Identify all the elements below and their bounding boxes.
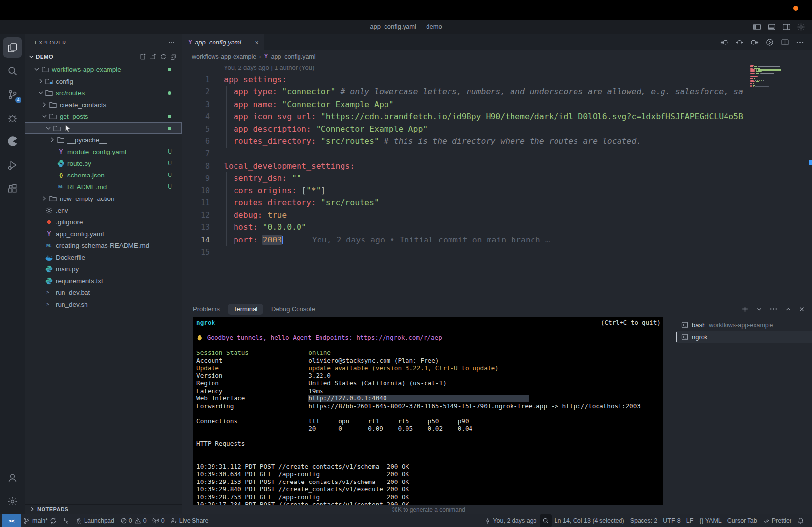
tree-item-route.py[interactable]: route.pyU [25, 157, 182, 169]
launchpad-button[interactable]: Launchpad [72, 514, 117, 527]
cursor-position[interactable]: Ln 14, Col 13 (4 selected) [552, 514, 627, 527]
refresh-icon[interactable] [160, 53, 167, 60]
code-line-4[interactable]: 4 app_icon_svg_url: "https://cdn.brandfe… [182, 110, 812, 123]
chevron-right-icon[interactable] [37, 77, 44, 85]
maximize-panel-icon[interactable] [785, 306, 791, 313]
code-line-6[interactable]: 6 routes_directory: "src/routes" # this … [182, 135, 812, 147]
language-status[interactable]: {} YAML [696, 514, 724, 527]
activity-explorer[interactable] [3, 37, 22, 58]
new-terminal-icon[interactable] [741, 305, 749, 313]
scm-graph-button[interactable] [60, 514, 72, 527]
tab-terminal[interactable]: Terminal [228, 304, 263, 315]
breadcrumb-folder[interactable]: workflows-app-example [192, 53, 256, 60]
tree-item-workflows-app-example[interactable]: workflows-app-example [25, 64, 182, 75]
activity-debug[interactable] [3, 108, 22, 128]
close-panel-icon[interactable] [798, 306, 805, 313]
chevron-right-icon[interactable] [41, 195, 48, 202]
activity-settings[interactable] [3, 491, 22, 511]
run-debug-file-icon[interactable] [766, 38, 774, 46]
nav-back-icon[interactable] [720, 38, 728, 46]
formatter-status[interactable]: Prettier [760, 514, 794, 527]
code-line-12[interactable]: 12 debug: true [182, 209, 812, 221]
tree-item-creating-schemas-README.md[interactable]: M↓creating-schemas-README.md [25, 240, 182, 251]
code-line-5[interactable]: 5 app_description: "Connector Example Ap… [182, 123, 812, 135]
chevron-down-icon[interactable] [33, 66, 41, 73]
tree-item-module_config.yaml[interactable]: Ymodule_config.yamlU [25, 146, 182, 157]
code-line-3[interactable]: 3 app_name: "Connector Example App" [182, 98, 812, 110]
minimap[interactable] [750, 65, 805, 89]
panel-more-icon[interactable] [769, 305, 778, 313]
tree-item-src/routes[interactable]: src/routes [25, 87, 182, 99]
tree-item-create_contacts[interactable]: create_contacts [25, 99, 182, 110]
blame-status[interactable]: You, 2 days ago [481, 514, 539, 527]
tab-app-config-yaml[interactable]: Y app_config.yaml × [182, 34, 264, 50]
code-editor[interactable]: You, 2 days ago | 1 author (You)1app_set… [182, 61, 812, 301]
tree-item-main.py[interactable]: main.py [25, 263, 182, 275]
terminal-item-bash[interactable]: bash workflows-app-example [676, 319, 812, 331]
activity-account[interactable] [3, 467, 22, 488]
toggle-primary-sidebar-icon[interactable] [753, 23, 761, 31]
notifications-button[interactable] [794, 514, 807, 527]
nav-forward-icon[interactable] [750, 38, 759, 46]
chevron-down-icon[interactable] [44, 124, 52, 132]
tree-item-README.md[interactable]: M↓README.mdU [25, 181, 182, 193]
collapse-folders-icon[interactable] [170, 53, 177, 60]
tree-item-.gitignore[interactable]: .gitignore [25, 216, 182, 228]
problems-status[interactable]: 0 0 [117, 514, 150, 527]
activity-run-debug[interactable] [3, 154, 22, 175]
code-line-8[interactable]: 8local_development_settings: [182, 160, 812, 172]
code-line-9[interactable]: 9 sentry_dsn: "" [182, 172, 812, 184]
tree-item-run_dev.sh[interactable]: >_run_dev.sh [25, 298, 182, 310]
eol-status[interactable]: LF [684, 514, 697, 527]
terminal-dropdown-icon[interactable] [756, 306, 763, 313]
tree-item-app_config.yaml[interactable]: Yapp_config.yaml [25, 228, 182, 240]
code-line-1[interactable]: 1app_settings: [182, 73, 812, 86]
new-folder-icon[interactable] [150, 53, 156, 60]
ports-status[interactable]: 0 [150, 514, 168, 527]
live-share-button[interactable]: Live Share [168, 514, 212, 527]
cursor-tab-status[interactable]: Cursor Tab [725, 514, 760, 527]
activity-pie-logo[interactable] [3, 131, 22, 152]
code-line-14[interactable]: 14 port: 2003 You, 2 days ago • Initial … [182, 234, 812, 246]
tree-item-__pycache__[interactable]: __pycache__ [25, 134, 182, 146]
chevron-right-icon[interactable] [41, 101, 48, 109]
chevron-down-icon[interactable] [41, 112, 48, 120]
terminal-item-ngrok[interactable]: ngrok [676, 331, 812, 343]
tab-problems[interactable]: Problems [187, 304, 226, 315]
tree-item-run_dev.bat[interactable]: >_run_dev.bat [25, 286, 182, 298]
toggle-panel-icon[interactable] [768, 23, 776, 31]
activity-source-control[interactable]: 4 [3, 84, 22, 105]
tab-debug-console[interactable]: Debug Console [265, 304, 321, 315]
split-editor-icon[interactable] [781, 38, 789, 46]
tree-item-new_empty_action[interactable]: new_empty_action [25, 193, 182, 204]
encoding-status[interactable]: UTF-8 [660, 514, 683, 527]
tree-item-requirements.txt[interactable]: requirements.txt [25, 275, 182, 286]
code-line-2[interactable]: 2 app_type: "connector" # only lowercase… [182, 86, 812, 98]
more-actions-icon[interactable] [796, 38, 804, 46]
breadcrumb-file[interactable]: app_config.yaml [271, 53, 316, 60]
tree-item-config[interactable]: config [25, 75, 182, 87]
remote-indicator[interactable]: >< [2, 514, 21, 527]
code-line-13[interactable]: 13 host: "0.0.0.0" [182, 221, 812, 233]
terminal-output[interactable]: (Ctrl+C to quit)ngrok Goodbye tunnels, h… [193, 317, 663, 505]
tree-item-Dockerfile[interactable]: Dockerfile [25, 251, 182, 263]
tree-item-schema.json[interactable]: {}schema.jsonU [25, 169, 182, 181]
activity-search[interactable] [3, 61, 22, 81]
explorer-more-icon[interactable] [168, 39, 175, 46]
tree-item-renaming-folder[interactable] [25, 122, 182, 134]
code-line-7[interactable]: 7 [182, 147, 812, 159]
notepads-section[interactable]: NOTEPADS [25, 504, 182, 514]
chevron-right-icon[interactable] [48, 136, 56, 144]
toggle-secondary-sidebar-icon[interactable] [782, 23, 791, 31]
code-line-10[interactable]: 10 cors_origins: ["*"] [182, 184, 812, 197]
code-line-11[interactable]: 11 routes_directory: "src/routes" [182, 197, 812, 209]
tree-item-.env[interactable]: .env [25, 204, 182, 216]
new-file-icon[interactable] [139, 53, 146, 60]
branch-status[interactable]: main* [21, 514, 60, 527]
tree-item-get_posts[interactable]: get_posts [25, 110, 182, 122]
settings-gear-icon[interactable] [797, 23, 805, 31]
activity-extensions[interactable] [3, 178, 22, 198]
indentation-status[interactable]: Spaces: 2 [627, 514, 661, 527]
explorer-section-demo[interactable]: DEMO [25, 51, 182, 63]
search-status-button[interactable] [540, 514, 552, 527]
